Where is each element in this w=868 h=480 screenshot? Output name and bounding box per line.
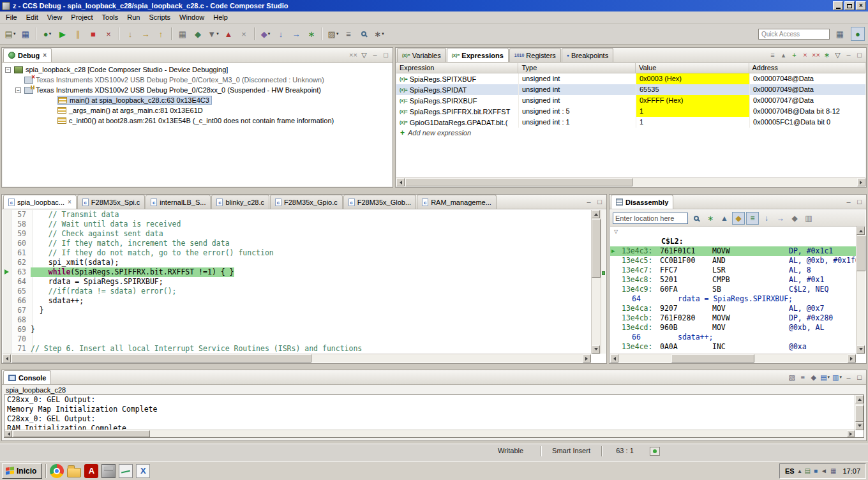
line-number[interactable]: 58 [3,220,31,229]
disassembly-line[interactable]: 13e4ce:0A0AINC@0xa [610,342,856,352]
scroll-right-button[interactable] [583,354,591,363]
restore-button[interactable] [844,1,855,10]
volume-icon[interactable]: ◄ [821,467,827,474]
debug-tree-item[interactable]: _args_main() at args_main.c:81 0x13E61D [3,105,392,116]
column-header-expression[interactable]: Expression [396,63,518,73]
minimize-icon[interactable]: – [371,51,379,59]
tools-icon[interactable]: ▨▾ [326,27,340,41]
list-icon[interactable]: ≡ [341,27,355,41]
scrollbar-thumb[interactable] [11,354,311,363]
add-expression-icon[interactable]: + [790,51,798,59]
maximize-icon[interactable]: □ [855,51,864,59]
tab-expressions[interactable]: (x)=Expressions [447,48,509,62]
step-over-disasm-icon[interactable]: → [774,212,787,225]
network-icon[interactable]: ▦ [830,467,836,474]
view-menu-icon[interactable]: ▽ [360,51,368,59]
title-bar[interactable]: z - CCS Debug - spia_loopback_c28/spia_l… [0,0,868,11]
expressions-horizontal-scrollbar[interactable] [396,177,865,186]
scroll-left-button[interactable] [4,430,12,437]
tab-debug[interactable]: Debug × [3,48,52,62]
disassembly-line[interactable]: C$L2: [610,237,856,246]
menu-tools[interactable]: Tools [98,12,123,22]
editor-horizontal-scrollbar[interactable] [3,354,591,363]
display-selected-console-icon[interactable]: ▤▾ [820,373,830,382]
editor-tab-internallb-s-[interactable]: cinternalLB_S... [146,195,211,209]
collapse-all-icon[interactable]: ▴ [779,51,788,59]
line-number[interactable]: 62 [3,258,31,267]
pin-console-icon[interactable]: ◆ [809,373,818,382]
overview-ruler[interactable] [601,210,606,354]
line-number[interactable]: 71 [3,344,31,354]
progress-icon[interactable] [650,447,660,456]
chrome-icon[interactable] [50,464,64,478]
minimize-button[interactable] [833,1,843,10]
suspend-icon[interactable]: ∥ [71,27,85,41]
expression-row[interactable]: (x)=SpiaRegs.SPIDATunsigned int655350x00… [396,84,865,95]
disconnect-icon[interactable]: × [101,27,116,41]
tree-expander-icon[interactable]: − [5,67,11,73]
view-menu-icon[interactable]: ▽ [834,51,842,59]
show-source-icon[interactable]: ≡ [746,212,759,225]
search-icon[interactable] [357,27,371,41]
line-number[interactable]: 64 [3,277,31,287]
eject-icon[interactable]: ▤ [805,467,811,474]
home-icon[interactable]: ▲ [718,212,731,225]
editor-body[interactable]: 57 // Transmit data58 // Wait until data… [3,210,591,354]
disassembly-dropdown-icon[interactable]: ▽ [614,229,618,234]
tab-variables[interactable]: (x)=Variables [397,48,446,62]
debug-tree-item[interactable]: −Texas Instruments XDS100v2 USB Debug Pr… [3,85,392,95]
disassembly-horizontal-scrollbar[interactable] [610,354,856,363]
scroll-up-button[interactable] [855,395,864,403]
scroll-left-button[interactable] [396,178,405,186]
open-console-icon[interactable]: ▥▾ [832,373,842,382]
scroll-left-button[interactable] [3,354,11,363]
disassembly-line[interactable]: 13e4cd:960BMOV@0xb, AL [610,323,856,333]
code-line[interactable]: 63 while(SpiaRegs.SPIFFRX.bit.RXFFST !=1… [3,267,591,277]
code-line[interactable]: 70 [3,334,591,344]
code-line[interactable]: 58 // Wait until data is received [3,220,591,229]
profile-icon[interactable]: ◆▾ [258,27,273,41]
menu-edit[interactable]: Edit [22,12,43,22]
new-view-icon[interactable]: ▥ [802,212,815,225]
disassembly-line[interactable]: 13e4c5:CC0B1F00ANDAL, @0xb, #0x1f00 [610,256,856,266]
editor-tab-spia-loopbac-[interactable]: cspia_loopbac...× [3,195,77,209]
disassembly-line[interactable]: 13e4ca:9207MOVAL, @0x7 [610,304,856,313]
save-icon[interactable]: ▦ [19,27,33,41]
terminate-icon[interactable]: ■ [86,27,100,41]
show-types-icon[interactable]: ≡ [768,51,777,59]
code-line[interactable]: 60 // If they match, increment the send … [3,239,591,248]
step-asm-over-icon[interactable]: → [289,27,303,41]
code-line[interactable]: 62 spi_xmit(sdata); [3,258,591,267]
code-line[interactable]: 61 // If they do not match, go to the er… [3,248,591,258]
remove-expression-icon[interactable]: × [801,51,809,59]
settings-icon[interactable]: ∗▾ [372,27,386,41]
disassembly-line[interactable]: ▶13e4c3:761F01C1MOVWDP, #0x1c1 [610,246,856,256]
link-with-source-icon[interactable]: ◆ [732,212,745,225]
menu-window[interactable]: Window [175,12,209,22]
maximize-icon[interactable]: □ [382,51,390,59]
code-line[interactable]: 69} [3,325,591,334]
maximize-icon[interactable]: □ [855,198,864,206]
scroll-up-button[interactable] [857,227,865,235]
code-line[interactable]: 66 sdata++; [3,296,591,306]
add-expression-row[interactable]: +Add new expression [396,128,865,139]
open-perspective-icon[interactable]: ▦ [833,27,847,41]
minimize-icon[interactable]: – [844,51,853,59]
debug-launch-icon[interactable]: ●▾ [40,27,54,41]
scroll-right-button[interactable] [847,430,855,437]
close-tab-icon[interactable]: × [43,52,47,59]
scroll-left-button[interactable] [610,354,618,363]
menu-file[interactable]: File [1,12,22,22]
scroll-right-button[interactable] [857,178,865,186]
editor-tab-f28m35x-gpio-c[interactable]: cF28M35x_Gpio.c [270,195,343,209]
file-manager-icon[interactable] [67,468,81,477]
console-output[interactable]: C28xx_0: GEL Output:Memory Map Initializ… [4,394,864,438]
menu-project[interactable]: Project [66,12,97,22]
debug-tree-item[interactable]: c_int00() at boot28.asm:261 0x13E54B (_c… [3,116,392,126]
restore-io-icon[interactable]: ▼▾ [206,27,220,41]
column-header-value[interactable]: Value [636,63,749,73]
step-return-icon[interactable]: ↑ [154,27,168,41]
disassembly-vertical-scrollbar[interactable] [856,227,865,354]
line-number[interactable]: 69 [3,325,31,334]
editor-tab-f28m35x-spi-c[interactable]: cF28M35x_Spi.c [77,195,145,209]
